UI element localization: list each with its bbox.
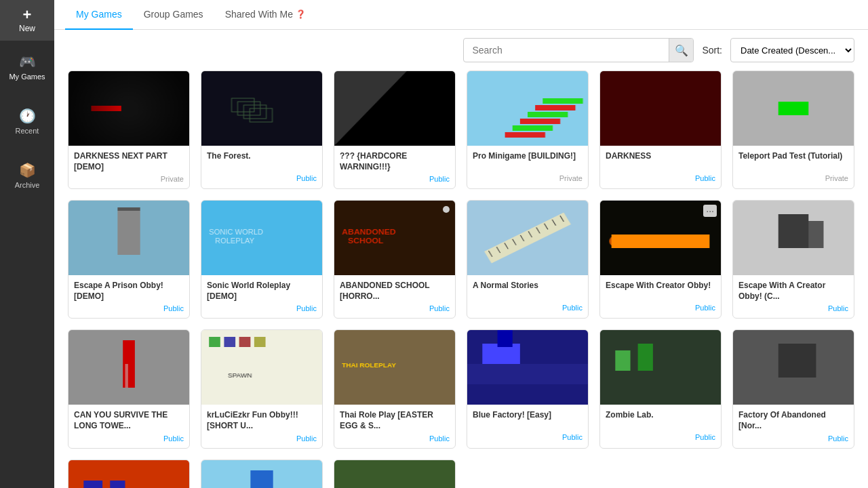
game-thumbnail (68, 330, 189, 405)
game-title: A Normal Stories (473, 281, 583, 301)
game-card[interactable]: CAN YOU SURVIVE THE LONG TOWE...Public (68, 329, 190, 448)
game-title: ABANDONED SCHOOL [HORRO... (340, 281, 450, 302)
game-card[interactable]: DARKNESS NEXT PART [DEMO]Private (68, 70, 190, 189)
game-info: Sonic World Roleplay [DEMO]Public (201, 275, 322, 318)
game-info: Blue Factory! [Easy]Public (467, 405, 588, 447)
game-card[interactable]: Zombie Lab.Public (599, 329, 722, 448)
game-card[interactable]: DARKNESSPublic (599, 70, 722, 189)
help-icon: ❓ (296, 9, 306, 19)
game-title: ??? {HARDCORE WARNING!!!} (340, 151, 450, 172)
game-card[interactable]: Pro Minigame [BUILDING!]Private (467, 70, 589, 189)
game-thumbnail (334, 330, 455, 405)
game-thumbnail (733, 71, 854, 146)
game-visibility: Private (74, 175, 184, 183)
game-visibility: Private (473, 174, 583, 182)
game-thumbnail: ··· (600, 201, 721, 275)
card-menu-button[interactable]: ··· (703, 205, 717, 217)
game-info: krLuCiEzkr Fun Obby!!! [SHORT U...Public (201, 405, 322, 447)
sidebar-archive-label: Archive (15, 181, 40, 190)
sort-select[interactable]: Date Created (Descen...Date Created (Asc… (730, 38, 854, 62)
game-card[interactable]: krLuCiEzkr Fun Obby!!! [SHORT U...Public (201, 329, 323, 448)
game-visibility: Public (738, 304, 848, 312)
sort-label: Sort: (702, 45, 722, 56)
new-button[interactable]: + New (0, 0, 54, 41)
game-info: DARKNESSPublic (600, 146, 721, 188)
archive-icon: 📦 (19, 162, 36, 178)
search-button[interactable]: 🔍 (669, 38, 693, 62)
game-title: Escape A Prison Obby! [DEMO] (74, 281, 184, 302)
game-info: The Forest.Public (201, 146, 322, 188)
tab-group-games[interactable]: Group Games (133, 0, 214, 30)
game-info: Teleport Pad Test (Tutorial)Private (733, 146, 854, 188)
game-info: Pro Minigame [BUILDING!]Private (467, 146, 588, 188)
sidebar-item-recent[interactable]: 🕐 Recent (0, 95, 54, 149)
game-visibility: Public (606, 174, 715, 182)
game-card[interactable]: Factory Of Abandoned [Nor...Public (732, 329, 854, 448)
sidebar-recent-label: Recent (16, 127, 39, 136)
tab-bar: My Games Group Games Shared With Me ❓ (54, 0, 868, 30)
game-card[interactable]: Sonic World Roleplay [DEMO]Public (201, 200, 323, 319)
games-icon: 🎮 (19, 54, 36, 70)
sidebar-item-archive[interactable]: 📦 Archive (0, 149, 54, 203)
tab-shared-with-me[interactable]: Shared With Me ❓ (214, 0, 317, 30)
game-card[interactable]: Teleport Pad Test (Tutorial)Private (732, 70, 854, 189)
game-card[interactable]: ABANDONED SCHOOL [HORRO...Public (334, 200, 456, 319)
game-info: A Normal StoriesPublic (467, 275, 588, 317)
sidebar-item-my-games[interactable]: 🎮 My Games (0, 41, 54, 95)
game-grid: DARKNESS NEXT PART [DEMO]PrivateThe Fore… (54, 70, 868, 488)
search-input[interactable] (464, 45, 669, 56)
game-visibility: Public (473, 433, 583, 441)
game-thumbnail (467, 330, 588, 405)
game-grid-inner: DARKNESS NEXT PART [DEMO]PrivateThe Fore… (68, 70, 854, 488)
game-title: The Forest. (207, 151, 317, 171)
game-thumbnail (68, 201, 189, 275)
game-card[interactable]: After Evil Roberto Epic Boss Fight [Nor.… (68, 460, 190, 488)
game-card[interactable]: Escape With A Creator Obby! (C...Public (732, 200, 854, 319)
game-thumbnail (201, 201, 322, 275)
game-card[interactable]: ??? {HARDCORE WARNING!!!}Public (334, 70, 456, 189)
game-title: Escape With A Creator Obby! (C... (738, 281, 848, 302)
game-thumbnail (334, 71, 455, 146)
game-visibility: Public (340, 304, 450, 312)
game-card[interactable]: A Normal StoriesPublic (467, 200, 589, 319)
game-title: Escape With Creator Obby! (606, 281, 715, 301)
game-info: Zombie Lab.Public (600, 405, 721, 447)
game-card[interactable]: The Forest.Public (201, 70, 323, 189)
game-thumbnail (68, 460, 189, 488)
sidebar: + New 🎮 My Games 🕐 Recent 📦 Archive (0, 0, 54, 488)
game-visibility: Public (340, 175, 450, 183)
game-info: ??? {HARDCORE WARNING!!!}Public (334, 146, 455, 188)
plus-icon: + (23, 7, 32, 22)
game-title: DARKNESS (606, 151, 715, 171)
main-content: My Games Group Games Shared With Me ❓ 🔍 … (54, 0, 868, 488)
game-visibility: Public (207, 434, 317, 443)
recent-icon: 🕐 (19, 108, 36, 124)
game-card[interactable]: Escape A Prison Obby! [DEMO]Public (68, 200, 190, 319)
game-visibility: Private (738, 174, 848, 182)
game-card[interactable]: Blue Factory! [Easy]Public (467, 329, 589, 448)
game-visibility: Public (606, 433, 715, 441)
game-thumbnail (733, 330, 854, 405)
game-title: Teleport Pad Test (Tutorial) (738, 151, 848, 171)
game-thumbnail (600, 71, 721, 146)
game-visibility: Public (207, 304, 317, 312)
game-card[interactable]: ···Escape With Creator Obby!Public (599, 200, 722, 319)
game-card[interactable]: Evil Roberto Epic Boss Fight! [Nor...Pub… (201, 460, 323, 488)
toolbar: 🔍 Sort: Date Created (Descen...Date Crea… (54, 30, 868, 70)
game-thumbnail (467, 201, 588, 275)
game-thumbnail (733, 201, 854, 275)
game-info: ABANDONED SCHOOL [HORRO...Public (334, 275, 455, 318)
game-card[interactable]: Thai Role Play [EASTER EGG & S...Public (334, 329, 456, 448)
game-info: DARKNESS NEXT PART [DEMO]Private (68, 146, 189, 188)
tab-my-games[interactable]: My Games (65, 0, 133, 30)
game-title: Blue Factory! [Easy] (473, 410, 583, 430)
game-title: DARKNESS NEXT PART [DEMO] (74, 151, 184, 172)
game-card[interactable]: Happy Role Play [MORE BOARD UP...Public (334, 460, 456, 488)
game-thumbnail (68, 71, 189, 146)
game-visibility: Public (738, 434, 848, 443)
game-info: Escape With Creator Obby!Public (600, 275, 721, 317)
game-title: krLuCiEzkr Fun Obby!!! [SHORT U... (207, 410, 317, 431)
sidebar-my-games-label: My Games (9, 73, 45, 81)
game-thumbnail (467, 71, 588, 146)
game-info: Escape A Prison Obby! [DEMO]Public (68, 275, 189, 318)
